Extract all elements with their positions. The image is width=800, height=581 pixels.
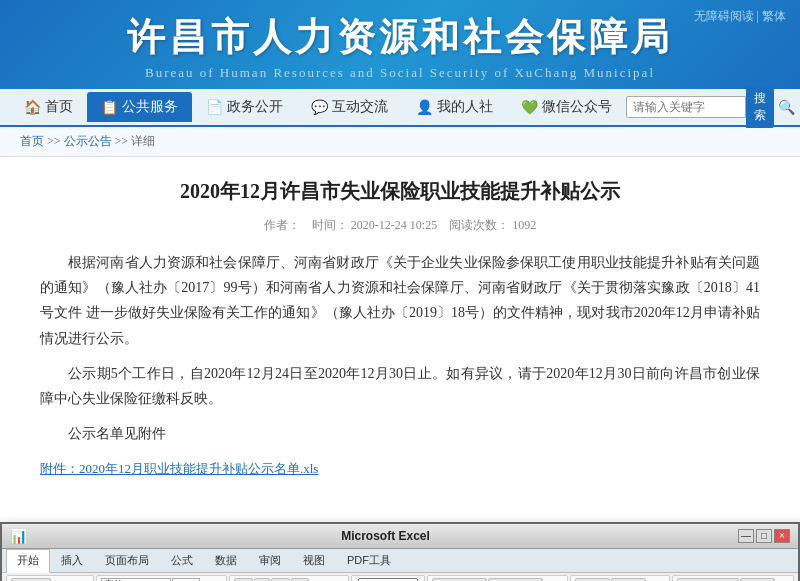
- tab-home[interactable]: 开始: [6, 549, 50, 573]
- site-header: 许昌市人力资源和社会保障局 Bureau of Human Resources …: [0, 0, 800, 89]
- tab-page-layout[interactable]: 页面布局: [94, 549, 160, 572]
- article-meta: 作者： 时间： 2020-12-24 10:25 阅读次数： 1092: [40, 217, 760, 234]
- table-style-button[interactable]: 套用表格▾: [488, 578, 543, 582]
- breadcrumb-home[interactable]: 首页: [20, 134, 44, 148]
- doc-icon: 📄: [206, 99, 223, 116]
- group-font: A↑ A↓ B I U ⊞ A̲ A 字体: [96, 575, 227, 582]
- fill-button[interactable]: 填充▾: [740, 578, 775, 582]
- group-styles: 条件格式▾ 套用表格▾ 单元格▾ 样式: [427, 575, 568, 582]
- ribbon-tabs: 开始 插入 页面布局 公式 数据 审阅 视图 PDF工具: [2, 549, 798, 573]
- excel-titlebar: 📊 Microsoft Excel — □ ×: [2, 524, 798, 549]
- article-content: 2020年12月许昌市失业保险职业技能提升补贴公示 作者： 时间： 2020-1…: [0, 157, 800, 512]
- conditional-format-button[interactable]: 条件格式▾: [432, 578, 487, 582]
- search-button[interactable]: 搜索: [746, 86, 774, 128]
- nav-gov-open[interactable]: 📄 政务公开: [192, 92, 297, 122]
- font-size-input[interactable]: [172, 578, 200, 582]
- align-middle[interactable]: ≡: [254, 578, 270, 582]
- tab-formula[interactable]: 公式: [160, 549, 204, 572]
- breadcrumb: 首页 >> 公示公告 >> 详细: [0, 127, 800, 157]
- body-paragraph-1: 根据河南省人力资源和社会保障厅、河南省财政厅《关于企业失业保险参保职工使用职业技…: [40, 250, 760, 351]
- attachment-link[interactable]: 附件：2020年12月职业技能提升补贴公示名单.xls: [40, 461, 318, 476]
- delete-button[interactable]: 删除▾: [611, 578, 646, 582]
- excel-window-controls: — □ ×: [738, 529, 790, 543]
- ribbon-content: 📋 ✂ 剪切 📋 复制 🖌 格式刷 剪贴板 A↑ A↓: [2, 573, 798, 582]
- maximize-button[interactable]: □: [756, 529, 772, 543]
- nav-bar: 🏠 首页 📋 公共服务 📄 政务公开 💬 互动交流 👤 我的人社 💚 微信公众号…: [0, 89, 800, 127]
- wechat-icon: 💚: [521, 99, 538, 116]
- breadcrumb-current: 详细: [131, 134, 155, 148]
- nav-home[interactable]: 🏠 首页: [10, 92, 87, 122]
- wrap-text[interactable]: ↵: [291, 578, 309, 582]
- excel-app-icon: 📊: [10, 528, 27, 544]
- nav-public-service[interactable]: 📋 公共服务: [87, 92, 192, 122]
- header-title-zh: 许昌市人力资源和社会保障局: [20, 12, 780, 63]
- minimize-button[interactable]: —: [738, 529, 754, 543]
- nav-wechat[interactable]: 💚 微信公众号: [507, 92, 626, 122]
- group-cells: 插入▾ 删除▾ 格式▾ 单元格: [570, 575, 670, 582]
- group-alignment: ⊤ ≡ ⊥ ↵ 合并居中▾ ≡ ≡ ≡ ← → 对齐方式: [229, 575, 348, 582]
- excel-title: Microsoft Excel: [33, 529, 738, 543]
- nav-interact[interactable]: 💬 互动交流: [297, 92, 402, 122]
- tab-data[interactable]: 数据: [204, 549, 248, 572]
- service-icon: 📋: [101, 99, 118, 116]
- group-clipboard: 📋 ✂ 剪切 📋 复制 🖌 格式刷 剪贴板: [6, 575, 94, 582]
- align-top[interactable]: ⊤: [234, 578, 253, 582]
- font-family-input[interactable]: [101, 578, 171, 582]
- tab-view[interactable]: 视图: [292, 549, 336, 572]
- autosum-button[interactable]: ∑自动求和▾: [677, 578, 739, 582]
- nav-my-social[interactable]: 👤 我的人社: [402, 92, 507, 122]
- group-number: 常规 数值 文本 % , .0 .00 数字: [351, 575, 425, 582]
- article-body: 根据河南省人力资源和社会保障厅、河南省财政厅《关于企业失业保险参保职工使用职业技…: [40, 250, 760, 482]
- excel-window: 📊 Microsoft Excel — □ × 开始 插入 页面布局 公式 数据…: [0, 522, 800, 582]
- search-input[interactable]: [626, 96, 746, 118]
- number-format-select[interactable]: 常规 数值 文本: [358, 578, 418, 582]
- search-icon: 🔍: [778, 99, 795, 116]
- search-area: 搜索 🔍: [626, 86, 795, 128]
- tab-insert[interactable]: 插入: [50, 549, 94, 572]
- group-editing: ∑自动求和▾ 填充▾ 清除▾ 排序和筛选▾ 查找和选择▾ 编辑: [672, 575, 794, 582]
- align-bottom[interactable]: ⊥: [271, 578, 290, 582]
- article-title: 2020年12月许昌市失业保险职业技能提升补贴公示: [40, 177, 760, 205]
- header-title-en: Bureau of Human Resources and Social Sec…: [20, 65, 780, 81]
- tab-pdf[interactable]: PDF工具: [336, 549, 402, 572]
- person-icon: 👤: [416, 99, 433, 116]
- tab-review[interactable]: 审阅: [248, 549, 292, 572]
- paste-button[interactable]: 📋: [11, 578, 51, 582]
- accessibility-links[interactable]: 无障碍阅读 | 繁体: [694, 8, 786, 25]
- body-paragraph-2: 公示期5个工作日，自2020年12月24日至2020年12月30日止。如有异议，…: [40, 361, 760, 411]
- home-icon: 🏠: [24, 99, 41, 116]
- insert-button[interactable]: 插入▾: [575, 578, 610, 582]
- body-paragraph-3: 公示名单见附件: [40, 421, 760, 446]
- close-button[interactable]: ×: [774, 529, 790, 543]
- chat-icon: 💬: [311, 99, 328, 116]
- breadcrumb-announcement[interactable]: 公示公告: [64, 134, 112, 148]
